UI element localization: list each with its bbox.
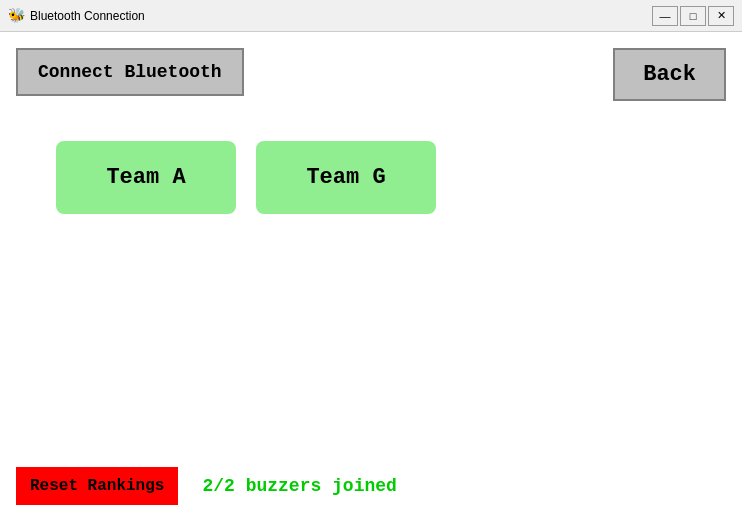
title-bar-controls: — □ ✕ bbox=[652, 6, 734, 26]
team-a-button[interactable]: Team A bbox=[56, 141, 236, 214]
title-bar-text: Bluetooth Connection bbox=[30, 9, 652, 23]
teams-row: Team A Team G bbox=[56, 141, 726, 214]
maximize-button[interactable]: □ bbox=[680, 6, 706, 26]
app-icon: 🐝 bbox=[8, 8, 24, 24]
close-button[interactable]: ✕ bbox=[708, 6, 734, 26]
top-row: Connect Bluetooth Back bbox=[16, 48, 726, 101]
bottom-row: Reset Rankings 2/2 buzzers joined bbox=[16, 467, 726, 505]
minimize-button[interactable]: — bbox=[652, 6, 678, 26]
title-bar: 🐝 Bluetooth Connection — □ ✕ bbox=[0, 0, 742, 32]
reset-rankings-button[interactable]: Reset Rankings bbox=[16, 467, 178, 505]
main-content: Connect Bluetooth Back Team A Team G Res… bbox=[0, 32, 742, 525]
buzzers-joined-status: 2/2 buzzers joined bbox=[202, 476, 396, 496]
connect-bluetooth-button[interactable]: Connect Bluetooth bbox=[16, 48, 244, 96]
back-button[interactable]: Back bbox=[613, 48, 726, 101]
team-g-button[interactable]: Team G bbox=[256, 141, 436, 214]
